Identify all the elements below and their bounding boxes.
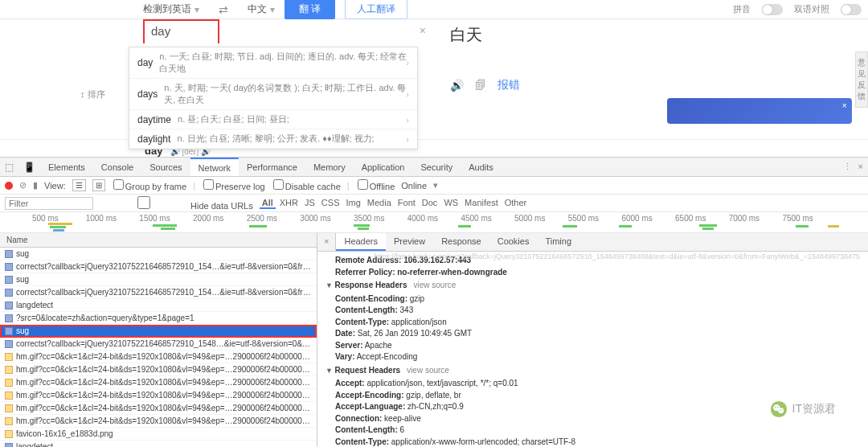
filter-input[interactable] [5,197,93,210]
header-line: Accept-Encoding: gzip, deflate, br [326,390,860,402]
wechat-icon [770,400,788,418]
hide-data-urls-checkbox [100,196,188,209]
device-icon[interactable]: 📱 [18,162,40,173]
request-row[interactable]: correctst?callback=jQuery321075221646857… [0,338,317,351]
close-icon[interactable]: × [420,24,426,37]
clear-icon[interactable]: ⊘ [19,180,27,191]
devtab-performance[interactable]: Performance [239,158,305,176]
copy-icon[interactable]: 🗐 [475,79,486,92]
header-line: Content-Length: 6 [326,424,860,437]
devtab-console[interactable]: Console [93,158,141,176]
header-line: Content-Encoding: gzip [326,293,860,306]
request-row[interactable]: langdetect [0,299,317,312]
devtab-audits[interactable]: Audits [461,158,502,176]
swap-icon[interactable]: ⇄ [219,3,228,16]
detail-tab-preview[interactable]: Preview [386,233,433,251]
filter-other[interactable]: Other [502,198,530,209]
filter-xhr[interactable]: XHR [277,198,301,209]
detail-tab-headers[interactable]: Headers [336,233,386,251]
request-row[interactable]: hm.gif?cc=0&ck=1&cl=24-bit&ds=1920x1080&… [0,415,317,428]
request-row[interactable]: sug [0,273,317,286]
preserve-checkbox [203,179,214,190]
offline-checkbox [358,179,368,190]
request-row[interactable]: correctst?callback=jQuery321075221646857… [0,286,317,299]
suggestion-item[interactable]: dayn. 一天; 白昼; 时期; 节日. adj. 日间的; 逐日的. adv… [129,47,417,79]
shuangyu-toggle[interactable] [841,4,862,15]
devtools-tabs: ⬚ 📱 ElementsConsoleSourcesNetworkPerform… [0,158,868,177]
speaker-icon[interactable]: 🔊 [450,79,464,92]
pinyin-toggle[interactable] [762,4,783,15]
filter-font[interactable]: Font [395,198,418,209]
header-line: Server: Apache [326,340,860,352]
filter-ws[interactable]: WS [441,198,461,209]
group-checkbox [113,179,124,190]
report-link[interactable]: 报错 [497,78,520,92]
svg-point-3 [775,407,776,408]
header-line: Content-Type: application/x-www-form-url… [326,437,860,448]
detail-tab-cookies[interactable]: Cookies [489,233,538,251]
filter-all[interactable]: All [260,198,276,209]
response-headers-section[interactable]: Response Headersview source [326,278,860,293]
filter-doc[interactable]: Doc [420,198,440,209]
header-line: Accept: application/json, text/javascrip… [326,378,860,390]
devtab-application[interactable]: Application [354,158,413,176]
devtab-sources[interactable]: Sources [141,158,190,176]
suggestion-item[interactable]: daytimen. 昼; 白天; 白昼; 日间; 昼日;› [129,110,417,129]
filter-media[interactable]: Media [365,198,394,209]
feedback-tab[interactable]: 意见反馈 [855,51,868,108]
request-row[interactable]: hm.gif?cc=0&ck=1&cl=24-bit&ds=1920x1080&… [0,363,317,376]
request-row[interactable]: correctst?callback=jQuery321075221646857… [0,260,317,273]
record-button[interactable] [5,182,13,190]
network-body: Name sugcorrectst?callback=jQuery3210752… [0,233,868,447]
suggestion-item[interactable]: daysn. 天, 时期; 一天( day的名词复数 ); 白天; 时期; 工作… [129,79,417,110]
filter-js[interactable]: JS [302,198,317,209]
result-pane: 白天 🔊 🗐 报错 意见反馈 [434,19,868,124]
devtab-memory[interactable]: Memory [305,158,354,176]
request-row[interactable]: ?src=0&locate=zh&action=query&type=1&pag… [0,312,317,325]
request-row[interactable]: hm.gif?cc=0&ck=1&cl=24-bit&ds=1920x1080&… [0,376,317,389]
promo-banner[interactable] [667,98,852,124]
source-input[interactable]: day [143,19,219,43]
pinyin-label: 拼音 [733,3,751,15]
request-row[interactable]: sug [0,325,317,338]
shuangyu-label: 双语对照 [794,3,829,15]
request-row[interactable]: langdetect [0,441,317,447]
suggestion-item[interactable]: daylightn. 日光; 白昼; 清晰; 黎明; 公开; 发表. ♦♦理解;… [129,129,417,149]
request-headers-section[interactable]: Request Headersview source [326,363,860,379]
disable-cache-checkbox [273,179,284,190]
close-detail-icon[interactable]: × [317,233,336,251]
header-line: Content-Length: 343 [326,305,860,317]
filter-manifest[interactable]: Manifest [462,198,501,209]
human-translate-button[interactable]: 人工翻译 [345,0,407,19]
request-row[interactable]: hm.gif?cc=0&ck=1&cl=24-bit&ds=1920x1080&… [0,402,317,415]
throttle-select[interactable]: Online [401,181,427,191]
svg-point-5 [779,409,780,410]
close-icon[interactable]: × [858,162,863,172]
result-word: 白天 [450,24,852,46]
menu-icon[interactable]: ⋮ [843,162,852,172]
lang-from[interactable]: 检测到英语 [143,2,191,16]
header-line: Content-Type: application/json [326,317,860,329]
detail-tab-response[interactable]: Response [433,233,489,251]
svg-point-2 [778,408,784,413]
request-row[interactable]: favicon-16x16_e1883d.png [0,428,317,441]
lang-to[interactable]: 中文 [248,2,267,16]
network-toolbar: ⊘ ▮ View: ☰ ⊞ Group by frame | Preserve … [0,177,868,195]
devtab-network[interactable]: Network [190,158,239,176]
detail-tab-timing[interactable]: Timing [537,233,579,251]
inspect-icon[interactable]: ⬚ [0,162,18,173]
watermark: IT资源君 [770,400,836,418]
request-row[interactable]: hm.gif?cc=0&ck=1&cl=24-bit&ds=1920x1080&… [0,351,317,363]
request-row[interactable]: hm.gif?cc=0&ck=1&cl=24-bit&ds=1920x1080&… [0,389,317,402]
network-timeline[interactable]: 500 ms1000 ms1500 ms2000 ms2500 ms3000 m… [0,212,868,233]
translate-button[interactable]: 翻 译 [285,0,335,19]
devtab-security[interactable]: Security [412,158,461,176]
devtab-elements[interactable]: Elements [40,158,93,176]
view-label: View: [44,181,66,191]
suggestion-dropdown: × dayn. 一天; 白昼; 时期; 节日. adj. 日间的; 逐日的. a… [129,47,418,150]
filter-img[interactable]: Img [343,198,362,209]
request-header[interactable]: Name [0,233,317,248]
filter-css[interactable]: CSS [319,198,342,209]
sort-button[interactable]: ↕ 排序 [80,88,105,100]
request-row[interactable]: sug [0,248,317,260]
